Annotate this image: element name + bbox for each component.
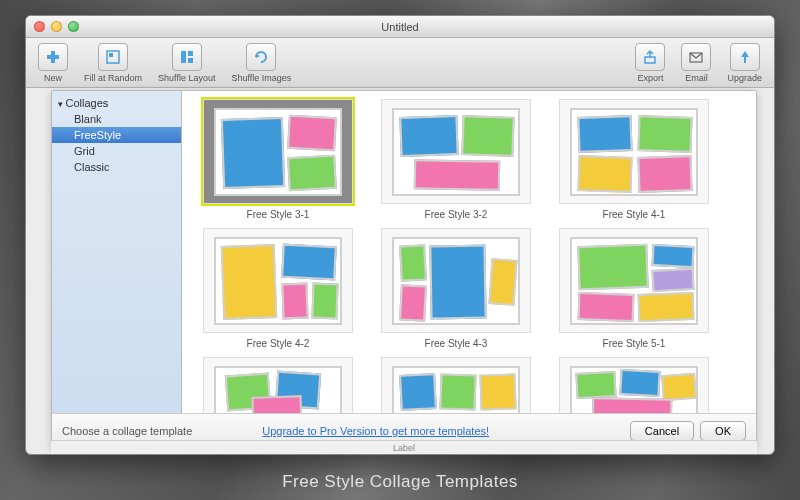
template-chooser-dialog: Collages BlankFreeStyleGridClassic Free …	[51, 90, 757, 448]
shuffle-images-icon	[246, 43, 276, 71]
tree-root-collages[interactable]: Collages	[52, 95, 181, 111]
sidebar-item-blank[interactable]: Blank	[52, 111, 181, 127]
email-icon	[681, 43, 711, 71]
zoom-icon[interactable]	[68, 21, 79, 32]
template-label: Free Style 5-1	[603, 338, 666, 349]
template-fs51[interactable]: Free Style 5-1	[554, 228, 714, 349]
fill-icon	[98, 43, 128, 71]
svg-rect-4	[181, 51, 186, 63]
template-fs41[interactable]: Free Style 4-1	[554, 99, 714, 220]
template-label: Free Style 4-3	[425, 338, 488, 349]
template-fs31[interactable]: Free Style 3-1	[198, 99, 358, 220]
category-sidebar: Collages BlankFreeStyleGridClassic	[52, 91, 182, 413]
dialog-body: Collages BlankFreeStyleGridClassic Free …	[52, 91, 756, 413]
app-window: Untitled New Fill at Random Shuffle Layo…	[25, 15, 775, 455]
template-grid[interactable]: Free Style 3-1Free Style 3-2Free Style 4…	[182, 91, 756, 413]
fill-random-button[interactable]: Fill at Random	[78, 41, 148, 85]
template-label: Free Style 3-1	[247, 209, 310, 220]
svg-rect-3	[109, 53, 113, 57]
template-fs52[interactable]	[198, 357, 358, 413]
titlebar: Untitled	[26, 16, 774, 38]
screenshot-caption: Free Style Collage Templates	[0, 472, 800, 492]
export-button[interactable]: Export	[629, 41, 671, 85]
plus-icon	[38, 43, 68, 71]
close-icon[interactable]	[34, 21, 45, 32]
shuffle-layout-icon	[172, 43, 202, 71]
shuffle-images-button[interactable]: Shuffle Images	[225, 41, 297, 85]
template-label: Free Style 4-2	[247, 338, 310, 349]
template-fs42[interactable]: Free Style 4-2	[198, 228, 358, 349]
template-fs32[interactable]: Free Style 3-2	[376, 99, 536, 220]
upgrade-icon	[730, 43, 760, 71]
upgrade-button[interactable]: Upgrade	[721, 41, 768, 85]
svg-rect-1	[47, 55, 59, 59]
window-title: Untitled	[26, 21, 774, 33]
template-fs43[interactable]: Free Style 4-3	[376, 228, 536, 349]
ok-button[interactable]: OK	[700, 421, 746, 441]
sidebar-item-freestyle[interactable]: FreeStyle	[52, 127, 181, 143]
bottom-label-strip: Label	[51, 440, 757, 454]
footer-message: Choose a collage template	[62, 425, 192, 437]
email-button[interactable]: Email	[675, 41, 717, 85]
new-button[interactable]: New	[32, 41, 74, 85]
minimize-icon[interactable]	[51, 21, 62, 32]
svg-rect-6	[188, 58, 193, 63]
sidebar-item-classic[interactable]: Classic	[52, 159, 181, 175]
export-icon	[635, 43, 665, 71]
template-fs61[interactable]	[554, 357, 714, 413]
template-label: Free Style 4-1	[603, 209, 666, 220]
toolbar: New Fill at Random Shuffle Layout Shuffl…	[26, 38, 774, 88]
upgrade-link[interactable]: Upgrade to Pro Version to get more templ…	[262, 425, 489, 437]
template-fs53[interactable]	[376, 357, 536, 413]
cancel-button[interactable]: Cancel	[630, 421, 694, 441]
template-label: Free Style 3-2	[425, 209, 488, 220]
svg-rect-5	[188, 51, 193, 56]
traffic-lights	[34, 21, 79, 32]
sidebar-item-grid[interactable]: Grid	[52, 143, 181, 159]
shuffle-layout-button[interactable]: Shuffle Layout	[152, 41, 221, 85]
